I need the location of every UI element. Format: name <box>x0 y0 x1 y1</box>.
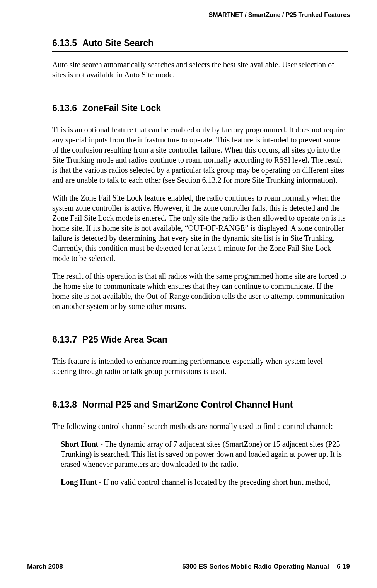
section-title: ZoneFail Site Lock <box>82 103 161 113</box>
page-header: SMARTNET / SmartZone / P25 Trunked Featu… <box>27 12 350 19</box>
section-title: Normal P25 and SmartZone Control Channel… <box>82 399 293 410</box>
footer-page-number: 6-19 <box>337 563 350 571</box>
section-divider <box>52 413 348 413</box>
footer-right: 5300 ES Series Mobile Radio Operating Ma… <box>182 563 350 571</box>
long-hunt-paragraph: Long Hunt - If no valid control channel … <box>61 477 348 487</box>
section-6-13-5: 6.13.5 Auto Site Search Auto site search… <box>52 38 348 80</box>
section-heading: 6.13.8 Normal P25 and SmartZone Control … <box>52 399 348 410</box>
section-heading: 6.13.6 ZoneFail Site Lock <box>52 103 348 113</box>
footer-date: March 2008 <box>27 563 63 571</box>
section-6-13-8: 6.13.8 Normal P25 and SmartZone Control … <box>52 399 348 487</box>
section-number: 6.13.6 <box>52 103 77 113</box>
footer-manual-title: 5300 ES Series Mobile Radio Operating Ma… <box>182 563 329 571</box>
long-hunt-label: Long Hunt - <box>61 478 104 486</box>
section-title: Auto Site Search <box>82 38 154 48</box>
section-6-13-7: 6.13.7 P25 Wide Area Scan This feature i… <box>52 334 348 376</box>
body-paragraph: With the Zone Fail Site Lock feature ena… <box>52 193 348 263</box>
section-divider <box>52 117 348 117</box>
section-number: 6.13.7 <box>52 334 77 345</box>
long-hunt-text: If no valid control channel is located b… <box>104 478 331 486</box>
section-6-13-6: 6.13.6 ZoneFail Site Lock This is an opt… <box>52 103 348 311</box>
short-hunt-label: Short Hunt - <box>61 440 105 448</box>
section-number: 6.13.8 <box>52 399 77 410</box>
page-footer: March 2008 5300 ES Series Mobile Radio O… <box>27 563 350 571</box>
section-heading: 6.13.7 P25 Wide Area Scan <box>52 334 348 345</box>
body-paragraph: The result of this operation is that all… <box>52 271 348 311</box>
body-paragraph: Auto site search automatically searches … <box>52 60 348 80</box>
body-paragraph: This is an optional feature that can be … <box>52 125 348 185</box>
section-title: P25 Wide Area Scan <box>82 334 167 345</box>
section-number: 6.13.5 <box>52 38 77 48</box>
section-divider <box>52 348 348 348</box>
section-divider <box>52 51 348 52</box>
section-heading: 6.13.5 Auto Site Search <box>52 38 348 48</box>
short-hunt-paragraph: Short Hunt - The dynamic array of 7 adja… <box>61 439 348 469</box>
body-paragraph: This feature is intended to enhance roam… <box>52 356 348 376</box>
page-content: 6.13.5 Auto Site Search Auto site search… <box>52 38 348 487</box>
body-paragraph: The following control channel search met… <box>52 421 348 431</box>
